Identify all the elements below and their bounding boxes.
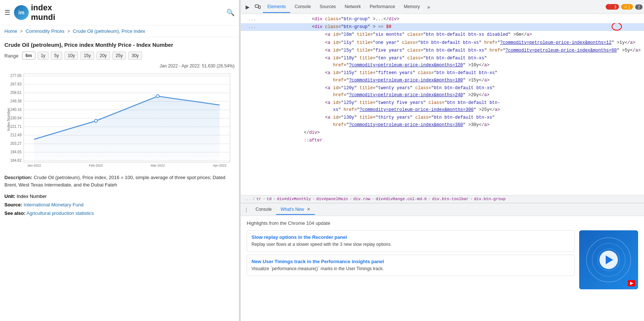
svg-marker-24 bbox=[34, 96, 220, 162]
error-badge: 🚫 3 bbox=[606, 4, 619, 10]
devtools-breadcrumb-bar: ... / tr › td › div#divMonthly › div#pan… bbox=[241, 195, 644, 203]
tab-elements[interactable]: Elements bbox=[263, 1, 290, 13]
breadcrumb-divrange[interactable]: div#divRange.col-md-6 bbox=[376, 197, 427, 201]
code-line: <a id="l5y" title="five years" class="bt… bbox=[241, 47, 644, 55]
description-label: Description: bbox=[4, 175, 32, 180]
code-line: ::after bbox=[241, 137, 644, 144]
svg-text:267.83: 267.83 bbox=[10, 82, 22, 86]
warn-badge: ⚠ 1 bbox=[621, 4, 633, 10]
breadcrumb-sep2: > bbox=[67, 28, 71, 34]
code-line: <a id="l30y" title="thirty years" class=… bbox=[241, 114, 644, 129]
breadcrumb-current[interactable]: Crude Oil (petroleum), Price index bbox=[73, 28, 145, 34]
card-title-2[interactable]: New User Timings track in the Performanc… bbox=[251, 259, 570, 264]
range-btn-25y[interactable]: 25y bbox=[112, 52, 126, 60]
svg-text:230.94: 230.94 bbox=[10, 116, 22, 120]
hamburger-icon[interactable]: ☰ bbox=[4, 8, 10, 17]
breadcrumb-btngroup[interactable]: div.btn-group bbox=[474, 197, 506, 201]
svg-rect-34 bbox=[258, 6, 260, 8]
svg-text:184.82: 184.82 bbox=[10, 158, 22, 163]
close-whatsnew-btn[interactable]: ✕ bbox=[307, 207, 310, 212]
code-line-selected: ... <div class="btn-group" > == $0 bbox=[241, 23, 644, 31]
logo-icon: im bbox=[14, 5, 29, 20]
search-icon[interactable]: 🔍 bbox=[226, 8, 235, 17]
card-desc-2: Visualize `performance.measure()` marks … bbox=[251, 266, 570, 272]
range-label: Range bbox=[4, 53, 18, 59]
breadcrumb-sep1: > bbox=[20, 28, 24, 34]
other-badge: 2 bbox=[635, 4, 643, 10]
svg-text:249.38: 249.38 bbox=[10, 99, 22, 103]
tab-console-bottom[interactable]: Console bbox=[251, 205, 276, 215]
svg-text:240.16: 240.16 bbox=[10, 108, 22, 112]
svg-point-37 bbox=[598, 249, 620, 271]
code-line: <a id="l6m" title="six months" class="bt… bbox=[241, 31, 644, 39]
seealso-label: See also: bbox=[4, 210, 25, 216]
tab-console[interactable]: Console bbox=[290, 1, 315, 13]
svg-text:Feb-2022: Feb-2022 bbox=[89, 164, 103, 167]
logo-text: indexmundi bbox=[31, 3, 55, 22]
breadcrumb-home[interactable]: Home bbox=[4, 28, 17, 34]
card-title-1[interactable]: Slow replay options in the Recorder pane… bbox=[251, 234, 570, 240]
whatsnew-card-2: New User Timings track in the Performanc… bbox=[247, 255, 575, 276]
youtube-badge: ▶ bbox=[628, 280, 635, 286]
range-btn-6m[interactable]: 6m bbox=[22, 52, 35, 60]
range-control: Range 6m 1y 5y 10y 15y 20y 25y 30y bbox=[0, 49, 239, 62]
whatsnew-panel: Highlights from the Chrome 104 update Sl… bbox=[241, 216, 644, 321]
svg-point-26 bbox=[95, 119, 98, 122]
code-panel: ... <div class="btn-group" >...</div> ..… bbox=[241, 14, 644, 195]
range-btn-1y[interactable]: 1y bbox=[38, 52, 49, 60]
tab-whatsnew[interactable]: What's New ✕ bbox=[276, 205, 315, 215]
devtools-code-area: ... <div class="btn-group" >...</div> ..… bbox=[241, 14, 644, 203]
svg-point-35 bbox=[587, 238, 631, 282]
console-options-icon[interactable]: ⋮ bbox=[244, 207, 249, 213]
range-btn-5y[interactable]: 5y bbox=[51, 52, 62, 60]
unit-value: Index Number bbox=[17, 193, 47, 199]
svg-text:Index Number: Index Number bbox=[7, 108, 11, 131]
unit-label: Unit: bbox=[4, 193, 15, 199]
range-btn-15y[interactable]: 15y bbox=[80, 52, 94, 60]
breadcrumb-commodity-prices[interactable]: Commodity Prices bbox=[26, 28, 64, 34]
cursor-icon[interactable]: ▶ bbox=[242, 2, 253, 12]
breadcrumb-td[interactable]: td bbox=[267, 197, 271, 201]
svg-text:212.49: 212.49 bbox=[10, 133, 22, 137]
devtools-panel: ▶ Elements Console Sources Network Perfo… bbox=[241, 0, 644, 321]
breadcrumb-divmonthly[interactable]: div#divMonthly bbox=[277, 197, 311, 201]
tab-sources[interactable]: Sources bbox=[315, 1, 340, 13]
more-tabs-btn[interactable]: » bbox=[424, 3, 433, 11]
seealso-link[interactable]: Agricultural production statistics bbox=[27, 210, 94, 216]
console-tabs: ⋮ Console What's New ✕ bbox=[241, 203, 644, 216]
status-badges: 🚫 3 ⚠ 1 2 bbox=[606, 4, 643, 10]
code-line: <a id="l20y" title="twenty years" class=… bbox=[241, 84, 644, 99]
device-icon[interactable] bbox=[253, 2, 263, 12]
svg-text:194.05: 194.05 bbox=[10, 150, 22, 154]
description-section: Description: Crude Oil (petroleum), Pric… bbox=[0, 170, 239, 192]
breadcrumb-sep: / bbox=[253, 197, 255, 201]
site-header: ☰ im indexmundi 🔍 bbox=[0, 0, 239, 25]
whatsnew-list: Slow replay options in the Recorder pane… bbox=[247, 230, 575, 289]
source-link[interactable]: International Monetary Fund bbox=[24, 202, 84, 207]
whatsnew-cards: Slow replay options in the Recorder pane… bbox=[247, 230, 638, 289]
devtools-bottom: ⋮ Console What's New ✕ Highlights from t… bbox=[241, 203, 644, 321]
tab-performance[interactable]: Performance bbox=[365, 1, 400, 13]
svg-point-36 bbox=[592, 243, 625, 276]
code-line: <a id="l1y" title="one year" class="btn … bbox=[241, 39, 644, 47]
tab-network[interactable]: Network bbox=[340, 1, 365, 13]
range-btn-10y[interactable]: 10y bbox=[64, 52, 78, 60]
chart-info: Jan 2022 - Apr 2022: 51.630 (26.54%) bbox=[0, 62, 239, 70]
breadcrumb-divrow[interactable]: div.row bbox=[353, 197, 370, 201]
source-section: Source: International Monetary Fund bbox=[0, 200, 239, 209]
range-btn-20y[interactable]: 20y bbox=[96, 52, 110, 60]
code-line: </div> bbox=[241, 129, 644, 137]
whatsnew-header: Highlights from the Chrome 104 update bbox=[247, 220, 638, 226]
range-btn-30y[interactable]: 30y bbox=[128, 52, 142, 60]
breadcrumb-btntoolbar[interactable]: div.btn-toolbar bbox=[432, 197, 469, 201]
video-thumbnail[interactable]: ▶ bbox=[579, 230, 638, 289]
breadcrumb-dots: ... bbox=[244, 197, 251, 201]
chart-container: 277.05 267.83 258.61 249.38 240.16 230.9… bbox=[4, 71, 235, 167]
tab-memory[interactable]: Memory bbox=[400, 1, 424, 13]
svg-point-27 bbox=[156, 95, 159, 98]
page-title: Crude Oil (petroleum), Price index Month… bbox=[0, 37, 239, 49]
breadcrumb-tr[interactable]: tr bbox=[256, 197, 261, 201]
breadcrumb-panelmain[interactable]: div#panelMain bbox=[316, 197, 348, 201]
code-line: <a id="l25y" title="twenty five years" c… bbox=[241, 99, 644, 114]
svg-rect-33 bbox=[255, 5, 258, 7]
